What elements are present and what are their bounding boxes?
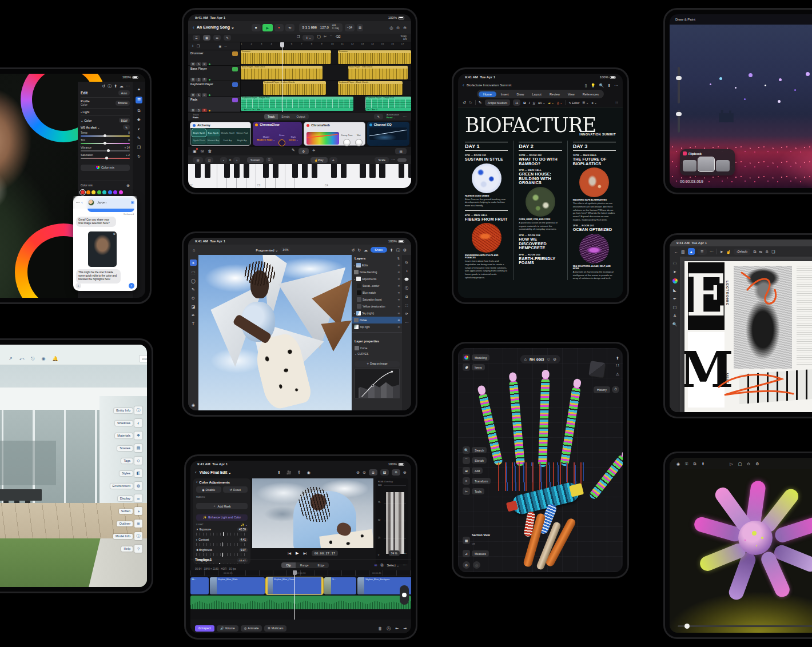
- plugin-alchemy[interactable]: Alchemy Bright Synth Epic Synth Metallic…: [190, 122, 251, 146]
- glove-model[interactable]: [475, 377, 618, 565]
- track-header-keys[interactable]: Keyboard Player MSR: [188, 81, 240, 96]
- clip[interactable]: S...: [324, 577, 356, 594]
- shape-tool[interactable]: ▢: [673, 305, 677, 309]
- reset-icon[interactable]: ⊗: [126, 183, 130, 187]
- transform-tool[interactable]: ⬚: [192, 270, 196, 274]
- preset-cell[interactable]: Epic Synth: [206, 129, 220, 137]
- layer-row[interactable]: Noise blending👁: [352, 269, 402, 275]
- cycle-button[interactable]: ⟲: [285, 24, 294, 31]
- plugin-chromaverb[interactable]: ChromaVerb Decay Time Wet: [304, 122, 365, 146]
- text-tool[interactable]: A: [674, 314, 676, 318]
- number-list-button[interactable]: ≡ ⌄: [591, 101, 596, 105]
- layer-row[interactable]: ▸Edits👁: [352, 262, 402, 269]
- close-icon[interactable]: ⊗: [113, 232, 116, 235]
- back-icon[interactable]: ‹: [193, 25, 194, 30]
- search-icon[interactable]: 🔍: [599, 83, 604, 87]
- fx-icon[interactable]: ⓕ: [405, 286, 408, 290]
- select-tool[interactable]: ⬚: [673, 261, 677, 265]
- render-canvas[interactable]: [670, 469, 812, 633]
- copy-icon[interactable]: ❐: [297, 35, 300, 41]
- render-settings-icon[interactable]: ⚙: [755, 462, 759, 466]
- move-tool[interactable]: ➤: [190, 259, 197, 266]
- flipbook-frame[interactable]: [683, 160, 696, 171]
- zoom-tool[interactable]: 🔍: [672, 322, 678, 326]
- preset-cell[interactable]: Dark Arp: [221, 137, 234, 145]
- inspect-button[interactable]: ⧉ Inspect: [195, 625, 214, 632]
- cloud-icon[interactable]: ☁: [364, 248, 368, 252]
- automation-pencil-icon[interactable]: ✎: [374, 114, 383, 119]
- window-controls[interactable]: •••: [76, 201, 79, 204]
- add-track-icon[interactable]: +: [192, 44, 194, 48]
- section-view-button[interactable]: ▦Section ViewOff: [463, 534, 490, 547]
- clip[interactable]: Sk...: [190, 577, 209, 594]
- snap-setting[interactable]: Snap1/4: [400, 35, 407, 41]
- exposure-slider[interactable]: ☀ Exposure45.59: [196, 528, 248, 536]
- app-badge[interactable]: ▲: [688, 248, 695, 255]
- doc-name[interactable]: Fragmented ⌄: [256, 248, 278, 252]
- power-icon[interactable]: [193, 124, 196, 127]
- document-pill[interactable]: ⌂ RH_0003 ⊙ ⊖: [520, 355, 560, 364]
- sync-icon[interactable]: ⊙: [547, 357, 550, 361]
- flipbook-panel[interactable]: Flipbook: [680, 149, 735, 175]
- lock-icon[interactable]: ⚿: [685, 462, 688, 466]
- materials-button[interactable]: Materials❖: [110, 432, 142, 440]
- soften-button[interactable]: Soften◑: [110, 507, 142, 515]
- move-tool-icon[interactable]: ➤: [720, 250, 723, 254]
- trash-icon[interactable]: 🗑: [378, 626, 382, 630]
- layer-row[interactable]: Yellow desaturation👁: [352, 303, 402, 310]
- more-icon[interactable]: ⋯: [126, 84, 130, 88]
- versions-icon[interactable]: ❐: [137, 145, 141, 149]
- header-zoom-icon[interactable]: ▣: [218, 45, 221, 48]
- preset-cell[interactable]: Metallic Swell: [221, 129, 234, 137]
- clone-tool[interactable]: ⊙: [192, 296, 195, 300]
- crop-doc-icon[interactable]: ⬚: [405, 303, 408, 307]
- isolate-button[interactable]: ⊘: [463, 561, 470, 569]
- help-icon[interactable]: ⓘ: [396, 248, 400, 252]
- arrange-lanes[interactable]: 1234567891011121314151617 Drummer Drumme…: [241, 42, 411, 112]
- bar-ruler[interactable]: 1234567891011121314151617: [241, 42, 411, 50]
- import-icon[interactable]: ⬆: [277, 470, 281, 474]
- zoom-level[interactable]: 34%: [280, 247, 290, 253]
- scissors-icon[interactable]: ✄: [324, 35, 327, 41]
- align-icon[interactable]: ≞: [765, 250, 769, 254]
- share-icon[interactable]: ⬆: [607, 83, 611, 87]
- collapse-icon[interactable]: ⊖: [553, 357, 556, 361]
- brush-size-slider[interactable]: [678, 67, 680, 103]
- play-surface-button[interactable]: ☝ Play: [311, 157, 328, 163]
- transform-icon[interactable]: ⧉: [753, 250, 756, 254]
- shadows-button[interactable]: Shadows◐: [110, 419, 142, 427]
- tab-insert[interactable]: Insert: [497, 91, 512, 97]
- retime-icon[interactable]: ⊙: [363, 470, 366, 474]
- drive-knob[interactable]: Drive: [278, 128, 285, 149]
- undo-icon[interactable]: ↺: [102, 84, 105, 88]
- split-icon[interactable]: ◫: [205, 157, 213, 163]
- solo-button[interactable]: S: [196, 62, 201, 66]
- decay-knob[interactable]: Decay Time: [341, 128, 353, 149]
- region-keys-1[interactable]: Keyboard Player - Broken Chords: [263, 81, 326, 95]
- rotate-icon[interactable]: ⟳: [405, 312, 408, 315]
- power-icon[interactable]: [369, 123, 372, 126]
- send-button[interactable]: ↑: [129, 283, 134, 289]
- environment-button[interactable]: Environment◍: [110, 482, 142, 490]
- undo-icon[interactable]: ↺: [351, 248, 355, 252]
- image-attachment[interactable]: ⊗: [88, 231, 117, 267]
- presets-icon[interactable]: ✦: [137, 87, 141, 91]
- automation-mode[interactable]: AutomationRead ⌄: [387, 114, 399, 119]
- multicam-button[interactable]: ⊞ Multicam: [264, 625, 286, 632]
- distance-input[interactable]: [139, 355, 147, 362]
- knobs-icon[interactable]: ⚙: [298, 148, 309, 154]
- preset-cell[interactable]: Motion Pad: [235, 129, 249, 137]
- poster-artboard[interactable]: E M LECTRONIC USIC AV SC: [684, 261, 812, 412]
- glide-icon[interactable]: ✛: [329, 157, 337, 163]
- region-drummer-1[interactable]: Drummer: [241, 50, 331, 64]
- home-icon[interactable]: ⌂: [193, 248, 195, 252]
- camera-icon[interactable]: 🎥: [286, 470, 292, 474]
- orientation-cube[interactable]: [588, 361, 605, 377]
- styles-button[interactable]: Styles◧: [110, 469, 142, 477]
- color-section[interactable]: ⌄ Color: [81, 119, 91, 122]
- layer-row[interactable]: Saturation boost👁: [352, 296, 402, 303]
- layers-filter-icon[interactable]: ⇅: [397, 257, 400, 260]
- loop-icon[interactable]: ⊙: [747, 462, 750, 466]
- redo-icon[interactable]: ↻: [469, 101, 472, 105]
- boolean-icon[interactable]: ❏: [771, 250, 775, 254]
